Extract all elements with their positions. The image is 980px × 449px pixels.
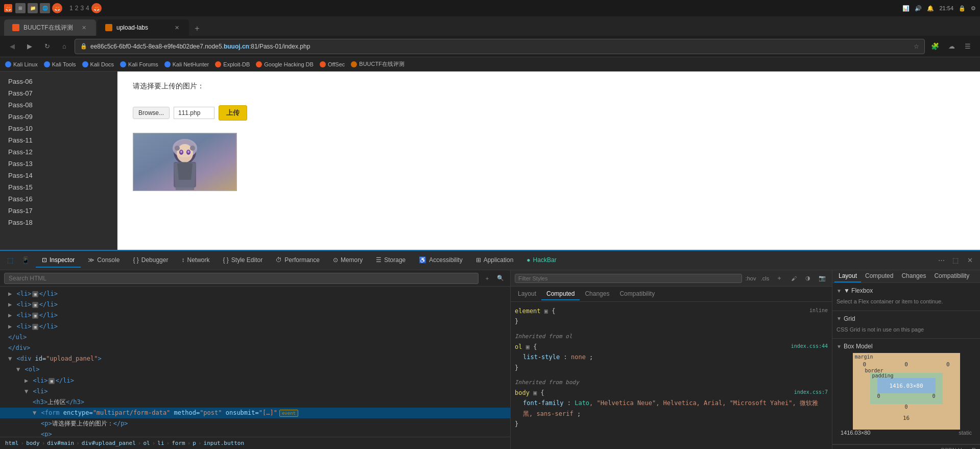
sidebar-item-pass13[interactable]: Pass-13 <box>0 158 117 170</box>
menu-button[interactable]: ☰ <box>961 39 975 54</box>
tab-hackbar[interactable]: ● HackBar <box>520 253 562 268</box>
bookmark-kali-forums[interactable]: Kali Forums <box>120 61 158 67</box>
tab-network[interactable]: ↕ Network <box>175 253 216 268</box>
tab-close-upload[interactable]: ✕ <box>173 23 181 32</box>
html-line[interactable]: ▼ <div id="upload_panel"> <box>0 353 510 364</box>
sidebar-item-pass10[interactable]: Pass-10 <box>0 123 117 134</box>
win-num-4[interactable]: 4 <box>86 5 89 12</box>
bookmark-exploit-db[interactable]: Exploit-DB <box>215 61 250 67</box>
sidebar-item-pass18[interactable]: Pass-18 <box>0 217 117 228</box>
win-num-1[interactable]: 1 <box>69 5 73 12</box>
flexbox-title[interactable]: ▼ ▼ Flexbox <box>836 287 976 294</box>
grid-title[interactable]: ▼ Grid <box>836 315 976 322</box>
app-icon-2[interactable]: 📁 <box>28 3 38 13</box>
element-picker-button[interactable]: ⬚ <box>4 254 16 267</box>
toggle-arrow[interactable]: ▼ <box>16 366 20 373</box>
html-line[interactable]: ▶ <li>▣</li> <box>0 299 510 310</box>
box-model-title[interactable]: ▼ Box Model <box>836 343 976 350</box>
bookmark-buuctf[interactable]: BUUCTF在线评测 <box>351 60 404 68</box>
toggle-arrow[interactable]: ▼ <box>33 409 36 416</box>
tab-application[interactable]: ⊞ Application <box>470 253 520 268</box>
html-line[interactable]: <h3>上传区</h3> <box>0 397 510 408</box>
win-num-3[interactable]: 3 <box>80 5 84 12</box>
app-icon-1[interactable]: ⊞ <box>15 3 26 13</box>
screenshot-button[interactable]: 📷 <box>817 273 828 284</box>
breadcrumb-input[interactable]: input.button <box>204 440 244 446</box>
style-link[interactable]: index.css:44 <box>791 343 828 349</box>
tab-performance[interactable]: ⏱ Performance <box>270 253 326 268</box>
hov-button[interactable]: :hov <box>745 273 756 284</box>
breadcrumb-p[interactable]: p <box>193 440 196 446</box>
sidebar-item-pass11[interactable]: Pass-11 <box>0 134 117 146</box>
bookmark-kali-nethunter[interactable]: Kali NetHunter <box>164 61 209 67</box>
breadcrumb-li[interactable]: li <box>157 440 164 446</box>
bookmark-google-hacking[interactable]: Google Hacking DB <box>256 61 314 67</box>
color-toggle-button[interactable]: ◑ <box>802 273 814 284</box>
breadcrumb-body[interactable]: body <box>26 440 40 446</box>
breadcrumb-divmain[interactable]: div#main <box>47 440 74 446</box>
back-button[interactable]: ◀ <box>5 39 19 54</box>
tab-memory[interactable]: ⊙ Memory <box>327 253 369 268</box>
bookmark-offsec[interactable]: OffSec <box>320 61 345 67</box>
breadcrumb-form[interactable]: form <box>172 440 185 446</box>
bookmark-kali-tools[interactable]: Kali Tools <box>44 61 76 67</box>
devtools-more-button[interactable]: ⋯ <box>935 254 947 267</box>
devtools-close-button[interactable]: ✕ <box>964 254 976 267</box>
breadcrumb-divupload[interactable]: div#upload_panel <box>82 440 136 446</box>
sync-icon[interactable]: ☁ <box>944 39 959 54</box>
extension-icon[interactable]: 🧩 <box>928 39 942 54</box>
search-filter-button[interactable]: 🔍 <box>495 273 506 284</box>
toggle-arrow[interactable]: ▶ <box>8 323 12 330</box>
address-star-icon[interactable]: ☆ <box>914 43 919 50</box>
toggle-arrow[interactable]: ▼ <box>25 388 28 395</box>
app-icon-firefox[interactable]: 🦊 <box>52 3 62 13</box>
html-line[interactable]: ▶ <li>▣</li> <box>0 375 510 386</box>
sidebar-item-pass15[interactable]: Pass-15 <box>0 181 117 193</box>
tab-upload[interactable]: upload-labs ✕ <box>97 19 189 36</box>
refresh-button[interactable]: ↻ <box>40 39 54 54</box>
sidebar-item-pass07[interactable]: Pass-07 <box>0 87 117 99</box>
tab-buuctf[interactable]: BUUCTF在线评测 ✕ <box>4 19 96 36</box>
sidebar-item-pass12[interactable]: Pass-12 <box>0 146 117 158</box>
html-line[interactable]: ▼ <li> <box>0 386 510 397</box>
sidebar-item-pass09[interactable]: Pass-09 <box>0 111 117 123</box>
styles-tab-computed[interactable]: Computed <box>541 288 580 300</box>
lato-link[interactable]: Lato <box>575 399 589 407</box>
body-style-link[interactable]: index.css:7 <box>794 389 828 395</box>
breadcrumb-html[interactable]: html <box>5 440 19 446</box>
html-line[interactable]: ▼ <ol> <box>0 364 510 375</box>
sidebar-item-pass17[interactable]: Pass-17 <box>0 205 117 217</box>
html-line[interactable]: ▶ <li>▣</li> <box>0 321 510 332</box>
bookmark-kali-docs[interactable]: Kali Docs <box>82 61 114 67</box>
tab-accessibility[interactable]: ♿ Accessibility <box>413 253 468 268</box>
submit-button[interactable]: 上传 <box>219 105 247 121</box>
paint-button[interactable]: 🖌 <box>788 273 799 284</box>
event-badge[interactable]: event <box>279 410 298 417</box>
html-line[interactable]: </ul> <box>0 332 510 343</box>
forward-button[interactable]: ▶ <box>22 39 37 54</box>
html-search-input[interactable] <box>4 273 479 284</box>
html-line[interactable]: ▶ <li>▣</li> <box>0 310 510 321</box>
tab-storage[interactable]: ☰ Storage <box>370 253 412 268</box>
layout-tab-computed[interactable]: Computed <box>861 270 897 282</box>
cls-button[interactable]: .cls <box>759 273 771 284</box>
bookmark-kali-linux[interactable]: Kali Linux <box>5 61 38 67</box>
sidebar-item-pass14[interactable]: Pass-14 <box>0 170 117 181</box>
html-line[interactable]: </div> <box>0 343 510 353</box>
app-icon-3[interactable]: 🌐 <box>40 3 50 13</box>
responsive-mode-button[interactable]: 📱 <box>19 254 32 267</box>
sidebar-item-pass08[interactable]: Pass-08 <box>0 99 117 111</box>
browse-button[interactable]: Browse... <box>133 107 170 119</box>
tab-console[interactable]: ≫ Console <box>82 253 126 268</box>
breadcrumb-ol[interactable]: ol <box>143 440 150 446</box>
html-line[interactable]: <p> <box>0 429 510 437</box>
app-icon-ff2[interactable]: 🦊 <box>91 3 102 13</box>
styles-tab-compatibility[interactable]: Compatibility <box>614 288 660 300</box>
toggle-arrow[interactable]: ▶ <box>8 312 12 319</box>
filter-styles-input[interactable] <box>515 274 742 283</box>
address-bar[interactable]: 🔒 ee86c5c6-6bf0-4dc5-8ea8-e9fe4b02dee7.n… <box>75 39 925 54</box>
devtools-undock-button[interactable]: ⬚ <box>949 254 962 267</box>
toggle-arrow[interactable]: ▶ <box>8 301 12 308</box>
sidebar-item-pass06[interactable]: Pass-06 <box>0 76 117 87</box>
layout-tab-layout[interactable]: Layout <box>834 270 861 282</box>
